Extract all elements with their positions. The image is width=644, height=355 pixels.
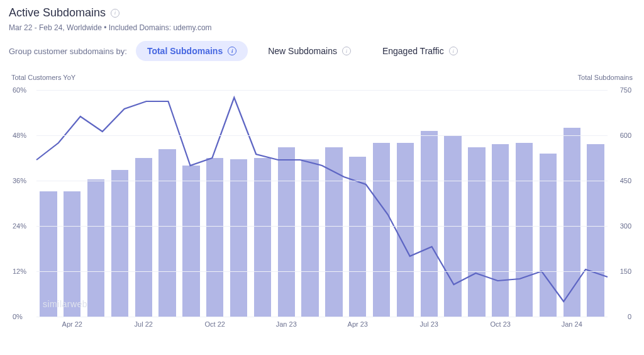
x-tick: Jan 24 — [562, 320, 582, 328]
x-tick: Jan 23 — [276, 320, 297, 328]
x-tick: Oct 23 — [491, 320, 511, 328]
x-tick: Jul 22 — [135, 320, 153, 328]
x-tick: Apr 23 — [348, 320, 368, 328]
subtitle: Mar 22 - Feb 24, Worldwide • Included Do… — [9, 23, 635, 32]
chip-label: Engaged Traffic — [382, 46, 444, 56]
line-layer — [36, 90, 608, 317]
info-icon[interactable]: i — [111, 9, 119, 18]
y-tick-right: 0 — [610, 313, 631, 320]
x-axis-ticks: Apr 22Jul 22Oct 22Jan 23Apr 23Jul 23Oct … — [36, 320, 608, 330]
info-icon[interactable]: i — [449, 47, 458, 55]
y-tick-left: 36% — [13, 177, 26, 184]
chip-new-subdomains[interactable]: New Subdomains i — [257, 41, 362, 61]
y-tick-left: 60% — [13, 86, 26, 94]
y-tick-left: 24% — [13, 222, 26, 230]
x-tick: Jul 23 — [420, 320, 438, 328]
chip-label: Total Subdomains — [147, 46, 223, 56]
y-tick-left: 12% — [13, 268, 26, 275]
plot-area: 0%012%15024%30036%45048%60060%750 — [36, 90, 608, 317]
grid-line — [36, 181, 608, 181]
info-icon[interactable]: i — [342, 47, 351, 55]
y-tick-right: 300 — [610, 222, 631, 230]
watermark: similarweb — [43, 299, 87, 309]
chip-engaged-traffic[interactable]: Engaged Traffic i — [371, 41, 469, 61]
y-axis-right-title: Total Subdomains — [578, 74, 633, 81]
x-tick: Oct 22 — [205, 320, 225, 328]
info-icon[interactable]: i — [228, 47, 236, 55]
y-tick-right: 600 — [610, 132, 631, 139]
y-tick-right: 450 — [610, 177, 631, 184]
y-tick-left: 0% — [13, 313, 23, 320]
grid-line — [36, 90, 608, 91]
chart: Total Customers YoY Total Subdomains 0%0… — [9, 74, 635, 338]
grid-line — [36, 271, 608, 272]
y-tick-left: 48% — [13, 132, 26, 139]
chip-total-subdomains[interactable]: Total Subdomains i — [136, 41, 248, 61]
y-tick-right: 750 — [610, 86, 631, 94]
page-title: Active Subdomains — [9, 6, 106, 20]
chip-label: New Subdomains — [268, 46, 337, 56]
grid-line — [36, 317, 608, 317]
grid-line — [36, 135, 608, 136]
y-axis-left-title: Total Customers YoY — [11, 74, 75, 81]
y-tick-right: 150 — [610, 268, 631, 275]
group-by-label: Group customer subdomains by: — [9, 47, 127, 56]
grid-line — [36, 226, 608, 227]
x-tick: Apr 22 — [62, 320, 82, 328]
